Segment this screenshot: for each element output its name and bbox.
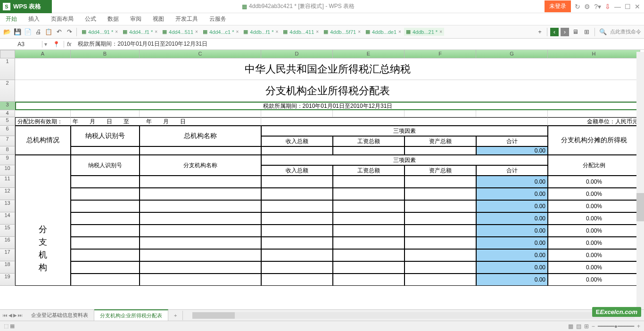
- cell-f8[interactable]: [405, 146, 476, 155]
- main-name-h[interactable]: 总机构名称: [140, 126, 261, 146]
- main-org[interactable]: 总机构情况: [15, 126, 71, 155]
- tax-id-h2[interactable]: 纳税人识别号: [71, 155, 140, 176]
- row-header-4[interactable]: 4: [0, 110, 15, 117]
- three-factors-h[interactable]: 三项因素: [261, 126, 548, 136]
- total-18[interactable]: 0.00: [476, 261, 548, 274]
- doctab-7[interactable]: ▦4ddb...de1×: [363, 28, 403, 36]
- row-header-14[interactable]: 14: [0, 212, 15, 225]
- cell-f19[interactable]: [405, 274, 476, 286]
- branch-tax-h[interactable]: 分支机构分摊的所得税: [548, 126, 640, 155]
- salary-h2[interactable]: 工资总额: [333, 165, 405, 176]
- help-icon[interactable]: ?▾: [594, 3, 601, 10]
- cell-e18[interactable]: [333, 261, 405, 274]
- col-header-G[interactable]: G: [476, 50, 548, 58]
- pct-11[interactable]: 0.00%: [548, 176, 640, 188]
- total-11[interactable]: 0.00: [476, 176, 548, 188]
- col-header-H[interactable]: H: [548, 50, 640, 58]
- pct-14[interactable]: 0.00%: [548, 212, 640, 225]
- cell-d13[interactable]: [261, 200, 333, 212]
- branch-vert[interactable]: 分 支 机 构: [15, 155, 71, 286]
- pct-15[interactable]: 0.00%: [548, 225, 640, 237]
- cell-d17[interactable]: [261, 249, 333, 261]
- menu-dev[interactable]: 开发工具: [175, 15, 198, 23]
- total-15[interactable]: 0.00: [476, 225, 548, 237]
- pct-12[interactable]: 0.00%: [548, 188, 640, 200]
- cell-e15[interactable]: [333, 225, 405, 237]
- cell-c12[interactable]: [140, 188, 261, 200]
- row-header-2[interactable]: 2: [0, 80, 15, 102]
- row-header-19[interactable]: 19: [0, 274, 15, 286]
- cell-b14[interactable]: [71, 212, 140, 225]
- zoom-slider[interactable]: ━━━━━●━━━━━: [598, 323, 634, 330]
- pct-18[interactable]: 0.00%: [548, 261, 640, 274]
- cell-c17[interactable]: [140, 249, 261, 261]
- cell-A4[interactable]: [15, 110, 71, 117]
- row-header-10[interactable]: 10: [0, 165, 15, 176]
- close-icon[interactable]: ×: [398, 29, 401, 34]
- cell-b15[interactable]: [71, 225, 140, 237]
- row-header-13[interactable]: 13: [0, 200, 15, 212]
- cell-c8[interactable]: [140, 146, 261, 155]
- sheet-tab-1[interactable]: 企业登记基础信息资料表: [25, 310, 94, 321]
- vertical-scrollbar[interactable]: [636, 52, 644, 315]
- total-h[interactable]: 合计: [476, 136, 548, 146]
- blank-mid[interactable]: [261, 117, 548, 126]
- cell-F4[interactable]: [405, 110, 476, 117]
- cell-d12[interactable]: [261, 188, 333, 200]
- cell-reference[interactable]: A3: [0, 41, 42, 48]
- column-headers[interactable]: ABCDEFGH: [15, 50, 640, 58]
- cell-C4[interactable]: [140, 110, 261, 117]
- select-all-corner[interactable]: [0, 50, 15, 58]
- income-h[interactable]: 收入总额: [261, 136, 333, 146]
- cell-d14[interactable]: [261, 212, 333, 225]
- unit-label[interactable]: 金额单位：人民币元: [548, 117, 640, 126]
- col-header-D[interactable]: D: [261, 50, 333, 58]
- cell-f14[interactable]: [405, 212, 476, 225]
- save-icon[interactable]: 💾: [13, 28, 22, 36]
- doctab-5[interactable]: ▦4ddb...411×: [281, 28, 321, 36]
- close-icon[interactable]: ×: [316, 29, 319, 34]
- row-headers[interactable]: 12345678910111213141516171819: [0, 58, 15, 286]
- zoom-out-icon[interactable]: −: [592, 323, 595, 330]
- spreadsheet[interactable]: ABCDEFGH 12345678910111213141516171819 中…: [0, 50, 644, 314]
- title-2[interactable]: 分支机构企业所得税分配表: [15, 80, 640, 102]
- total-main[interactable]: 0.00: [476, 146, 548, 155]
- cell-d18[interactable]: [261, 261, 333, 274]
- row-header-8[interactable]: 8: [0, 146, 15, 155]
- cell-e19[interactable]: [333, 274, 405, 286]
- close-icon[interactable]: ✕: [635, 3, 640, 10]
- row-header-6[interactable]: 6: [0, 126, 15, 136]
- sync-icon[interactable]: ↻: [575, 3, 580, 10]
- row-header-15[interactable]: 15: [0, 225, 15, 237]
- total-16[interactable]: 0.00: [476, 237, 548, 249]
- menu-formula[interactable]: 公式: [85, 15, 96, 23]
- cell-c13[interactable]: [140, 200, 261, 212]
- cell-D4[interactable]: [261, 110, 333, 117]
- cell-f16[interactable]: [405, 237, 476, 249]
- total-17[interactable]: 0.00: [476, 249, 548, 261]
- close-icon[interactable]: ×: [236, 29, 239, 34]
- newtab-icon[interactable]: +: [536, 28, 544, 36]
- print-icon[interactable]: 🖨: [34, 28, 42, 36]
- menu-layout[interactable]: 页面布局: [51, 15, 74, 23]
- menu-start[interactable]: 开始: [6, 15, 17, 23]
- search-hint[interactable]: 点此查找命令: [610, 28, 641, 35]
- cell-e11[interactable]: [333, 176, 405, 188]
- grid-icon[interactable]: ⊞: [582, 28, 591, 36]
- minimize-icon[interactable]: —: [614, 3, 621, 10]
- cell-c19[interactable]: [140, 274, 261, 286]
- formula-content[interactable]: 税款所属期间：2010年01月01日至2010年12月31日: [74, 40, 644, 48]
- menu-review[interactable]: 审阅: [130, 15, 141, 23]
- doctab-0[interactable]: ▦4dd4...91 *×: [80, 28, 120, 36]
- cell-b17[interactable]: [71, 249, 140, 261]
- doctab-8[interactable]: ▦4ddb...21 *×: [404, 28, 444, 36]
- sheet-next-icon[interactable]: ▶: [13, 313, 17, 318]
- cell-e8[interactable]: [333, 146, 405, 155]
- col-header-C[interactable]: C: [140, 50, 261, 58]
- cell-d15[interactable]: [261, 225, 333, 237]
- open-icon[interactable]: 📂: [3, 28, 11, 36]
- cell-f17[interactable]: [405, 249, 476, 261]
- print-preview-icon[interactable]: 📄: [24, 28, 32, 36]
- cell-f11[interactable]: [405, 176, 476, 188]
- sheet-first-icon[interactable]: ⏮: [3, 313, 8, 318]
